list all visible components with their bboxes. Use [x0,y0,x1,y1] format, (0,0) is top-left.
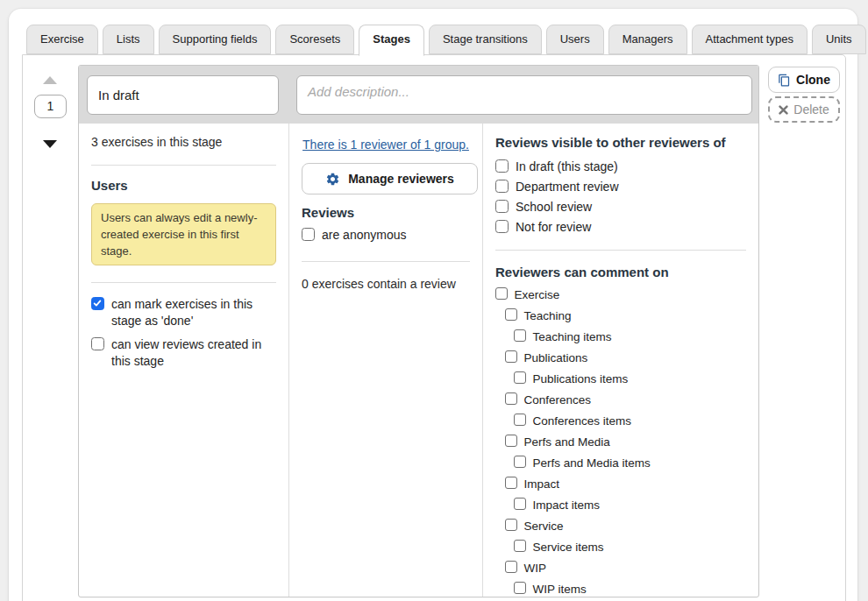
comment-heading: Reviewers can comment on [495,265,746,279]
stage-card-header [79,66,758,124]
tab-managers[interactable]: Managers [608,25,687,54]
manage-reviewers-label: Manage reviewers [348,172,454,186]
review-count: 0 exercises contain a review [302,277,470,291]
stage-name-input[interactable] [87,75,279,115]
copy-pages-icon [778,74,791,87]
checkbox-row-tree[interactable]: WIP [505,560,746,576]
tab-units[interactable]: Units [812,25,866,54]
checkbox-row-visibility[interactable]: Department review [495,179,746,195]
checkbox-unchecked[interactable] [495,220,509,233]
exercise-count: 3 exercises in this stage [91,135,276,149]
checkbox-unchecked[interactable] [505,308,517,321]
users-column: 3 exercises in this stage Users Users ca… [79,124,288,597]
checkbox-unchecked[interactable] [514,540,526,552]
checkbox-row-visibility[interactable]: School review [495,199,746,216]
checkbox-unchecked[interactable] [514,582,526,594]
checkbox-label: Not for review [516,219,591,236]
divider [91,282,276,283]
tab-supporting-fields[interactable]: Supporting fields [159,25,272,54]
checkbox-label: Impact [524,476,560,492]
x-icon [779,105,788,115]
checkbox-row-anonymous[interactable]: are anonymous [302,227,470,244]
checkbox-unchecked[interactable] [495,200,509,213]
checkbox-label: Perfs and Media [524,434,610,450]
checkbox-label: Teaching [524,308,572,324]
checkbox-label: Perfs and Media items [533,455,651,471]
tab-scoresets[interactable]: Scoresets [275,25,354,54]
checkbox-row-tree[interactable]: Perfs and Media items [514,455,746,471]
reviewers-column: There is 1 reviewer of 1 group. Manage r… [288,124,482,597]
down-arrow-icon[interactable] [43,140,57,148]
checkbox-row-visibility[interactable]: Not for review [495,219,746,236]
checkbox-unchecked[interactable] [514,456,526,468]
checkbox-row-tree[interactable]: Conferences items [514,413,746,429]
checkbox-row-tree[interactable]: Publications items [514,371,746,387]
stages-tab-content: 1 3 exercises in this stage Users Users … [22,54,846,601]
checkbox-label: Teaching items [533,329,612,345]
tab-users[interactable]: Users [546,25,604,54]
tab-bar: Exercise Lists Supporting fields Scorese… [26,25,868,56]
checkbox-unchecked[interactable] [514,329,526,342]
checkbox-label: Service [524,518,564,534]
checkbox-label: are anonymous [322,227,407,244]
checkbox-row-tree[interactable]: Teaching items [514,329,746,345]
tab-exercise[interactable]: Exercise [26,25,98,54]
checkbox-unchecked[interactable] [514,371,526,384]
checkbox-unchecked[interactable] [302,228,315,241]
checkbox-unchecked[interactable] [505,477,517,489]
users-heading: Users [91,178,276,193]
tab-lists[interactable]: Lists [103,25,154,54]
checkbox-unchecked[interactable] [91,337,104,350]
checkbox-label: Impact items [533,497,601,513]
tab-stage-transitions[interactable]: Stage transitions [429,25,542,54]
stage-card: 3 exercises in this stage Users Users ca… [78,65,759,597]
delete-label: Delete [793,103,829,117]
checkbox-row-tree[interactable]: Service [505,518,746,534]
checkbox-label: WIP [524,560,547,576]
reviewer-summary-link[interactable]: There is 1 reviewer of 1 group. [302,138,470,152]
checkbox-unchecked[interactable] [514,414,526,426]
checkbox-row-tree[interactable]: WIP items [514,581,746,597]
delete-button[interactable]: Delete [768,96,840,123]
checkbox-unchecked[interactable] [505,392,517,405]
checkbox-row-tree[interactable]: Exercise [495,286,746,303]
stage-actions: Clone Delete [768,67,840,123]
checkbox-label: Conferences [524,392,592,408]
checkbox-checked[interactable] [91,297,104,310]
users-note: Users can always edit a newly-created ex… [91,203,276,265]
checkbox-unchecked[interactable] [505,519,517,531]
checkbox-row-view-reviews[interactable]: can view reviews created in this stage [91,336,276,370]
checkbox-row-tree[interactable]: Impact [505,476,746,492]
checkbox-label: In draft (this stage) [516,159,618,175]
tab-stages[interactable]: Stages [359,25,424,56]
checkbox-unchecked[interactable] [505,350,517,363]
checkbox-label: Publications items [533,371,629,387]
up-arrow-icon[interactable] [43,76,57,84]
checkbox-row-tree[interactable]: Conferences [505,392,746,408]
checkbox-label: can view reviews created in this stage [111,336,276,370]
checkbox-unchecked[interactable] [505,561,517,573]
checkbox-row-tree[interactable]: Impact items [514,497,746,513]
checkbox-unchecked[interactable] [495,180,509,193]
divider [495,250,746,251]
checkbox-unchecked[interactable] [495,159,509,173]
checkbox-row-visibility[interactable]: In draft (this stage) [495,159,746,175]
clone-button[interactable]: Clone [768,67,840,93]
checkbox-row-tree[interactable]: Teaching [505,308,746,324]
checkbox-row-tree[interactable]: Service items [514,539,746,555]
checkbox-row-tree[interactable]: Publications [505,350,746,366]
visibility-column: Reviews visible to other reviewers of In… [482,124,758,597]
stage-description-input[interactable] [296,75,752,115]
checkbox-label: School review [516,199,592,216]
tab-attachment-types[interactable]: Attachment types [692,25,808,54]
visibility-heading: Reviews visible to other reviewers of [495,135,746,150]
divider [302,261,470,262]
checkbox-label: Department review [516,179,619,195]
checkbox-unchecked[interactable] [505,435,517,447]
checkbox-label: Exercise [515,286,560,303]
checkbox-row-mark-done[interactable]: can mark exercises in this stage as 'don… [91,296,276,329]
checkbox-row-tree[interactable]: Perfs and Media [505,434,746,450]
checkbox-unchecked[interactable] [514,498,526,510]
checkbox-unchecked[interactable] [495,287,508,300]
manage-reviewers-button[interactable]: Manage reviewers [302,163,478,194]
